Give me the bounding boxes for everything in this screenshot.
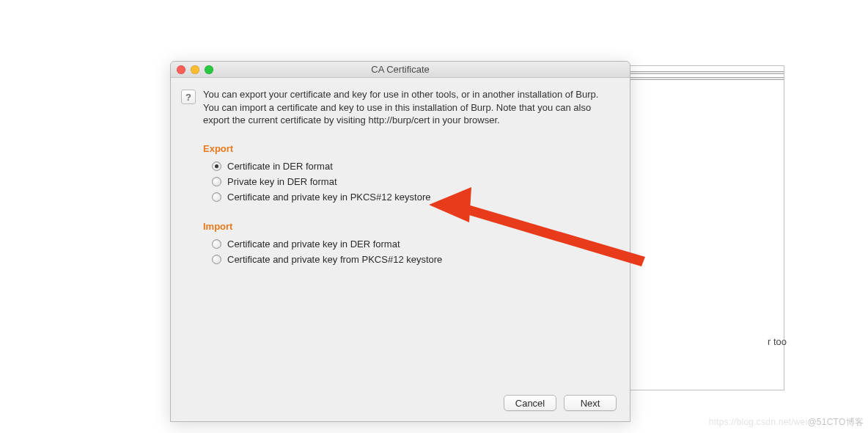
import-heading: Import — [203, 221, 614, 232]
watermark-handle: @51CTO博客 — [807, 417, 864, 427]
radio-label: Certificate and private key in DER forma… — [227, 239, 400, 250]
radio-label: Private key in DER format — [227, 176, 337, 187]
bg-text-fragment: r too — [768, 336, 787, 347]
dialog-title: CA Certificate — [371, 64, 429, 75]
bg-stripe — [630, 71, 784, 74]
close-button[interactable] — [177, 65, 185, 74]
help-icon[interactable]: ? — [181, 90, 196, 104]
watermark-url: https://blog.csdn.net/wei — [709, 417, 808, 427]
minimize-button[interactable] — [191, 65, 199, 74]
ca-certificate-dialog: CA Certificate ? You can export your cer… — [170, 61, 630, 422]
import-option-pkcs12[interactable]: Certificate and private key from PKCS#12… — [203, 252, 614, 267]
radio-label: Certificate and private key in PKCS#12 k… — [227, 192, 430, 203]
traffic-lights — [177, 65, 213, 74]
radio-label: Certificate in DER format — [227, 161, 333, 172]
next-button[interactable]: Next — [564, 395, 617, 411]
dialog-buttons: Cancel Next — [504, 395, 617, 411]
titlebar: CA Certificate — [171, 62, 630, 78]
radio-icon — [212, 177, 221, 186]
export-option-der-key[interactable]: Private key in DER format — [203, 174, 614, 189]
cancel-button[interactable]: Cancel — [504, 395, 556, 411]
export-option-der-cert[interactable]: Certificate in DER format — [203, 159, 614, 174]
bg-stripe — [630, 77, 784, 80]
background-window-fragment: r too — [630, 65, 784, 390]
radio-label: Certificate and private key from PKCS#12… — [227, 254, 442, 265]
radio-icon — [212, 255, 221, 264]
intro-text: You can export your certificate and key … — [203, 88, 614, 127]
export-heading: Export — [203, 143, 614, 154]
watermark: https://blog.csdn.net/wei@51CTO博客 — [709, 416, 864, 429]
dialog-body: You can export your certificate and key … — [203, 88, 614, 411]
radio-icon — [212, 192, 221, 202]
radio-icon — [212, 161, 221, 171]
export-option-pkcs12[interactable]: Certificate and private key in PKCS#12 k… — [203, 189, 614, 205]
zoom-button[interactable] — [205, 65, 213, 74]
import-option-der[interactable]: Certificate and private key in DER forma… — [203, 236, 614, 252]
dialog-content: ? You can export your certificate and ke… — [171, 78, 630, 421]
radio-icon — [212, 239, 221, 249]
